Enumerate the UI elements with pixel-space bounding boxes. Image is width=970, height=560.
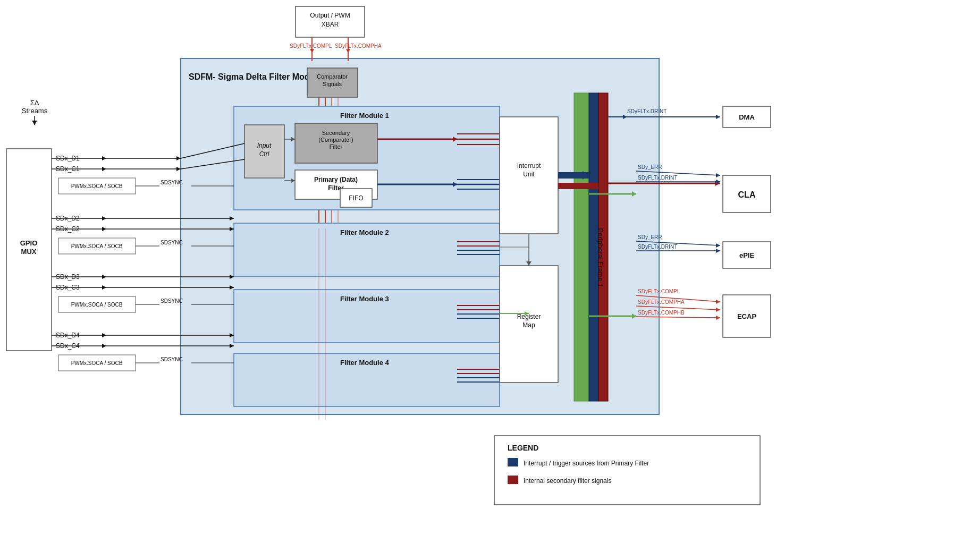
interrupt-unit-label1: Interrupt — [517, 162, 541, 169]
compha-arrow — [346, 49, 350, 53]
sigma-delta-label1: ΣΔ — [30, 99, 39, 107]
legend-red-box — [508, 476, 518, 484]
c1-to-sdfm-arrow — [176, 167, 181, 171]
comp-signals-label2: Signals — [323, 81, 342, 87]
sdsync-4-label: SDSYNC — [161, 357, 183, 362]
d1-to-sdfm-arrow — [176, 156, 181, 160]
comp-signals-label1: Comparator — [317, 73, 348, 80]
peripheral-frame-label: Peripheral Frame 1 — [596, 228, 604, 287]
output-pwm-label1: Output / PWM — [310, 12, 350, 19]
sdx-c1-arrow — [102, 167, 106, 171]
sdx-c4-arrow — [102, 344, 106, 348]
sdy-flt-compl-top: SDyFLTx.COMPL — [290, 43, 332, 49]
gpio-mux-label2: MUX — [21, 248, 37, 256]
sdy-flt-comphb-ecap-label: SDyFLTx.COMPHB — [638, 310, 685, 316]
legend-primary-label: Interrupt / trigger sources from Primary… — [524, 460, 649, 467]
sdsync-3-label: SDSYNC — [161, 298, 183, 304]
sdy-flt-compha-ecap-label: SDyFLTx.COMPHA — [638, 299, 685, 305]
fifo-label: FIFO — [349, 194, 363, 202]
dma-arrow — [716, 115, 720, 119]
sdy-err-cla-arrow — [716, 173, 720, 177]
pwm-soca-2-label: PWMx.SOCA / SOCB — [71, 243, 123, 249]
sdy-flt-drint-epie-arrow — [716, 249, 720, 253]
filter-module-2-label: Filter Module 2 — [340, 228, 389, 236]
sdy-flt-compha-top: SDyFLTx.COMPHA — [335, 43, 382, 49]
sdy-flt-compha-ecap-arrow — [716, 308, 720, 312]
diagram-container: SDFM- Sigma Delta Filter Module Output /… — [0, 0, 970, 560]
sdy-flt-compl-ecap-arrow — [716, 300, 720, 304]
sec-filter-label2: (Comparator) — [318, 137, 353, 143]
sdx-d4-arrow — [102, 333, 106, 337]
register-map-label2: Map — [522, 321, 535, 329]
pwm-soca-4-label: PWMx.SOCA / SOCB — [71, 360, 123, 366]
register-map-label1: Register — [517, 313, 541, 320]
sdy-err-epie-arrow — [716, 243, 720, 248]
dma-label: DMA — [739, 113, 755, 121]
pri-filter-label1: Primary (Data) — [314, 176, 358, 183]
sdx-d2-arrow — [102, 216, 106, 220]
sdy-err-cla-label: SDy_ERR — [638, 164, 662, 170]
legend-title: LEGEND — [508, 444, 538, 452]
epie-label: ePIE — [739, 251, 755, 259]
sdx-d1-arrow — [102, 156, 106, 160]
sdy-flt-drint-dma-label: SDyFLTx.DRINT — [627, 108, 667, 114]
ecap-label: ECAP — [737, 312, 756, 320]
sdy-err-epie-label: SDy_ERR — [638, 234, 662, 240]
sdy-flt-drint-epie-label: SDyFLTx.DRINT — [638, 244, 677, 250]
filter-module-1-label: Filter Module 1 — [340, 112, 389, 120]
output-pwm-label2: XBAR — [322, 21, 339, 28]
sdx-c2-arrow — [102, 227, 106, 231]
interrupt-unit-label2: Unit — [523, 171, 535, 178]
sdsync-1-label: SDSYNC — [161, 180, 183, 185]
pwm-soca-1-label: PWMx.SOCA / SOCB — [71, 183, 123, 189]
main-svg: SDFM- Sigma Delta Filter Module Output /… — [0, 0, 970, 560]
sdx-d3-arrow — [102, 275, 106, 279]
cla-label: CLA — [738, 190, 756, 199]
sdy-flt-drint-cla-label: SDyFLTx.DRINT — [638, 175, 677, 181]
filter-module-4-label: Filter Module 4 — [340, 359, 390, 367]
legend-blue-box — [508, 458, 518, 466]
input-ctrl-label2: Ctrl — [259, 150, 269, 158]
sdy-flt-comphb-ecap-arrow — [716, 316, 720, 320]
input-ctrl-label1: Input — [257, 142, 272, 149]
compl-arrow — [310, 49, 314, 53]
legend-secondary-label: Internal secondary filter signals — [524, 477, 611, 485]
sdsync-2-label: SDSYNC — [161, 240, 183, 245]
sigma-delta-label2: Streams — [22, 107, 48, 115]
sdx-c3-arrow — [102, 285, 106, 290]
sdy-flt-compl-ecap-label: SDyFLTx.COMPL — [638, 289, 680, 294]
sigma-delta-arrow — [32, 121, 37, 125]
sec-filter-label3: Filter — [330, 143, 343, 150]
pwm-soca-3-label: PWMx.SOCA / SOCB — [71, 302, 123, 308]
gpio-mux-label1: GPIO — [20, 239, 38, 247]
peripheral-frame-green — [574, 93, 589, 401]
filter-module-3-label: Filter Module 3 — [340, 295, 389, 303]
sec-filter-label1: Secondary — [322, 130, 350, 136]
sdfm-title: SDFM- Sigma Delta Filter Module — [189, 72, 322, 81]
